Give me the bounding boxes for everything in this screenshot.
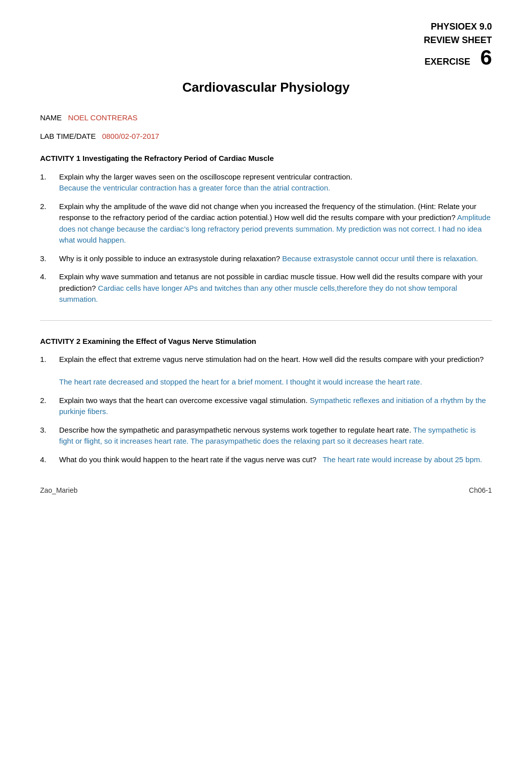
activity2-title: ACTIVITY 2 Examining the Effect of Vagus… <box>40 336 492 347</box>
exercise-number: 6 <box>480 47 492 68</box>
q1-num: 1. <box>40 171 59 183</box>
activity1-q2: 2. Explain why the amplitude of the wave… <box>40 201 492 246</box>
activity1-questions: 1. Explain why the larger waves seen on … <box>40 171 492 305</box>
name-value: NOEL CONTRERAS <box>68 113 138 122</box>
a2-q4-num: 4. <box>40 454 59 466</box>
activity1-q1: 1. Explain why the larger waves seen on … <box>40 171 492 194</box>
activity1-title: ACTIVITY 1 Investigating the Refractory … <box>40 153 492 164</box>
a2-q1-body: Explain the effect that extreme vagus ne… <box>59 354 492 388</box>
activity2-q3: 3. Describe how the sympathetic and para… <box>40 425 492 447</box>
a2-q3-num: 3. <box>40 425 59 436</box>
main-title: Cardiovascular Physiology <box>40 78 492 97</box>
activity2-q4: 4. What do you think would happen to the… <box>40 454 492 466</box>
a2-q1-num: 1. <box>40 354 59 365</box>
activity1-q3: 3. Why is it only possible to induce an … <box>40 253 492 265</box>
header-exercise-row: EXERCISE 6 <box>40 47 492 69</box>
activity1-q4: 4. Explain why wave summation and tetanu… <box>40 271 492 305</box>
q3-text: Why is it only possible to induce an ext… <box>59 254 280 263</box>
q4-answer: Cardiac cells have longer APs and twitch… <box>59 284 457 304</box>
q3-num: 3. <box>40 253 59 265</box>
name-label: NAME <box>40 113 62 122</box>
q2-num: 2. <box>40 201 59 213</box>
section-divider <box>40 320 492 321</box>
a2-q4-body: What do you think would happen to the he… <box>59 454 492 466</box>
header-line1: PHYSIOEX 9.0 <box>40 20 492 34</box>
a2-q1-text: Explain the effect that extreme vagus ne… <box>59 355 484 363</box>
a2-q3-body: Describe how the sympathetic and parasym… <box>59 425 492 447</box>
q2-text: Explain why the amplitude of the wave di… <box>59 202 476 222</box>
q3-body: Why is it only possible to induce an ext… <box>59 253 492 265</box>
footer-left: Zao_Marieb <box>40 485 78 496</box>
lab-row: LAB TIME/DATE 0800/02-07-2017 <box>40 131 492 142</box>
a2-q2-num: 2. <box>40 395 59 407</box>
a2-q1-answer: The heart rate decreased and stopped the… <box>59 377 422 386</box>
name-row: NAME NOEL CONTRERAS <box>40 112 492 124</box>
q4-body: Explain why wave summation and tetanus a… <box>59 271 492 305</box>
footer-right: Ch06-1 <box>469 485 492 496</box>
lab-label: LAB TIME/DATE <box>40 132 96 140</box>
q3-answer: Because extrasystole cannot occur until … <box>282 254 478 263</box>
activity2-q1: 1. Explain the effect that extreme vagus… <box>40 354 492 388</box>
exercise-label: EXERCISE <box>425 55 470 69</box>
activity2-questions: 1. Explain the effect that extreme vagus… <box>40 354 492 465</box>
a2-q2-text: Explain two ways that the heart can over… <box>59 396 308 405</box>
a2-q4-text: What do you think would happen to the he… <box>59 455 317 464</box>
a2-q3-text: Describe how the sympathetic and parasym… <box>59 426 411 434</box>
q4-num: 4. <box>40 271 59 283</box>
q2-body: Explain why the amplitude of the wave di… <box>59 201 492 246</box>
header-line2: REVIEW SHEET <box>40 34 492 47</box>
q1-text: Explain why the larger waves seen on the… <box>59 172 352 181</box>
page-header: PHYSIOEX 9.0 REVIEW SHEET EXERCISE 6 <box>40 20 492 69</box>
lab-value: 0800/02-07-2017 <box>102 132 159 140</box>
q1-body: Explain why the larger waves seen on the… <box>59 171 492 194</box>
q1-answer: Because the ventricular contraction has … <box>59 183 330 192</box>
activity2-q2: 2. Explain two ways that the heart can o… <box>40 395 492 418</box>
a2-q4-answer: The heart rate would increase by about 2… <box>323 455 482 464</box>
a2-q2-body: Explain two ways that the heart can over… <box>59 395 492 418</box>
page-footer: Zao_Marieb Ch06-1 <box>40 485 492 496</box>
